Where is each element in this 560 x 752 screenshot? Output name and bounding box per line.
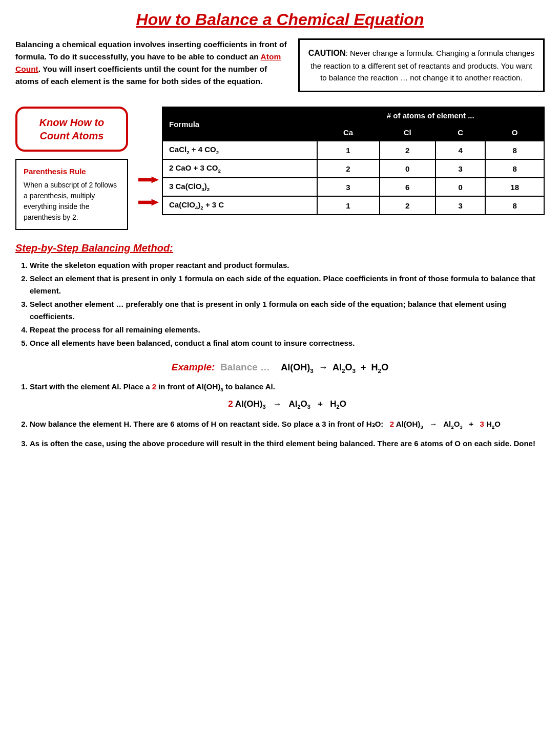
example-equation-display: Al(OH)3 → Al2O3 + H2O bbox=[281, 362, 388, 372]
table-row: 3 Ca(ClO3)2 3 6 0 18 bbox=[162, 178, 544, 196]
atom-table: Formula # of atoms of element ... Ca Cl … bbox=[162, 107, 545, 215]
table-section: Formula # of atoms of element ... Ca Cl … bbox=[138, 107, 545, 215]
intro-text2: . You will insert coefficients until the… bbox=[15, 65, 267, 86]
know-box: Know How to Count Atoms bbox=[15, 107, 128, 152]
ca-cell: 3 bbox=[317, 178, 380, 196]
arrows-column bbox=[138, 107, 159, 215]
intro-text: Balancing a chemical equation involves i… bbox=[15, 38, 288, 92]
table-row: Ca(ClO4)2 + 3 C 1 2 3 8 bbox=[162, 196, 544, 215]
example-step-2: Now balance the element H. There are 6 a… bbox=[30, 418, 545, 431]
formula-cell: CaCl2 + 4 CO2 bbox=[162, 141, 317, 159]
step-5: Once all elements have been balanced, co… bbox=[30, 337, 545, 349]
c-cell: 3 bbox=[435, 196, 485, 215]
example-balance-label: Balance … bbox=[218, 362, 278, 372]
cl-cell: 2 bbox=[380, 196, 436, 215]
ca-cell: 1 bbox=[317, 141, 380, 159]
col-ca: Ca bbox=[317, 124, 380, 141]
o-cell: 8 bbox=[485, 141, 544, 159]
example-section: Example: Balance … Al(OH)3 → Al2O3 + H2O… bbox=[15, 362, 545, 450]
step-2: Select an element that is present in onl… bbox=[30, 273, 545, 297]
step-1: Write the skeleton equation with proper … bbox=[30, 259, 545, 271]
svg-marker-0 bbox=[138, 177, 159, 183]
step-3: Select another element … preferably one … bbox=[30, 298, 545, 323]
o-cell: 8 bbox=[485, 159, 544, 178]
caution-label: CAUTION bbox=[308, 49, 346, 57]
o-cell: 18 bbox=[485, 178, 544, 196]
table-row: CaCl2 + 4 CO2 1 2 4 8 bbox=[162, 141, 544, 159]
col-cl: Cl bbox=[380, 124, 436, 141]
example-step-1: Start with the element Al. Place a 2 in … bbox=[30, 381, 545, 412]
ex-step1-text1: Start with the element Al. Place a bbox=[30, 382, 152, 391]
top-section: Balancing a chemical equation involves i… bbox=[15, 38, 545, 92]
steps-section: Step-by-Step Balancing Method: Write the… bbox=[15, 242, 545, 349]
red-arrow-2 bbox=[138, 196, 159, 208]
formula-cell: Ca(ClO4)2 + 3 C bbox=[162, 196, 317, 215]
know-line1: Know How to bbox=[26, 116, 118, 129]
cl-cell: 0 bbox=[380, 159, 436, 178]
cl-cell: 2 bbox=[380, 141, 436, 159]
caution-box: CAUTION: Never change a formula. Changin… bbox=[298, 38, 545, 92]
arrow-row4 bbox=[138, 192, 159, 213]
ex-step2-inline-eq: 2 Al(OH)3 → Al2O3 + 3 H2O bbox=[386, 420, 501, 428]
formula-cell: 3 Ca(ClO3)2 bbox=[162, 178, 317, 196]
middle-section: Know How to Count Atoms Parenthesis Rule… bbox=[15, 107, 545, 230]
know-line2: Count Atoms bbox=[26, 129, 118, 142]
parenthesis-text: When a subscript of 2 follows a parenthe… bbox=[24, 180, 120, 223]
ex-step2-text: Now balance the element H. There are 6 a… bbox=[30, 420, 383, 428]
parenthesis-title: Parenthesis Rule bbox=[24, 166, 120, 178]
page-title: How to Balance a Chemical Equation bbox=[15, 10, 545, 29]
col-o: O bbox=[485, 124, 544, 141]
ca-cell: 1 bbox=[317, 196, 380, 215]
table-header-atoms: # of atoms of element ... bbox=[317, 107, 544, 124]
example-label: Example: bbox=[172, 362, 215, 372]
step-4: Repeat the process for all remaining ele… bbox=[30, 324, 545, 336]
example-steps: Start with the element Al. Place a 2 in … bbox=[15, 381, 545, 449]
ca-cell: 2 bbox=[317, 159, 380, 178]
ex-step1-text2: in front of Al(OH)3 to balance Al. bbox=[156, 382, 275, 391]
left-boxes: Know How to Count Atoms Parenthesis Rule… bbox=[15, 107, 128, 230]
example-step-3: As is often the case, using the above pr… bbox=[30, 437, 545, 450]
col-c: C bbox=[435, 124, 485, 141]
parenthesis-box: Parenthesis Rule When a subscript of 2 f… bbox=[15, 159, 128, 230]
arrow-row3 bbox=[138, 169, 159, 191]
o-cell: 8 bbox=[485, 196, 544, 215]
intro-text1: Balancing a chemical equation involves i… bbox=[15, 40, 287, 61]
c-cell: 4 bbox=[435, 141, 485, 159]
steps-list: Write the skeleton equation with proper … bbox=[15, 259, 545, 349]
c-cell: 3 bbox=[435, 159, 485, 178]
steps-title: Step-by-Step Balancing Method: bbox=[15, 242, 545, 254]
ex-step1-coeff: 2 bbox=[152, 382, 156, 391]
table-header-formula: Formula bbox=[162, 107, 317, 141]
c-cell: 0 bbox=[435, 178, 485, 196]
example-title-line: Example: Balance … Al(OH)3 → Al2O3 + H2O bbox=[15, 362, 545, 374]
formula-cell: 2 CaO + 3 CO2 bbox=[162, 159, 317, 178]
table-row: 2 CaO + 3 CO2 2 0 3 8 bbox=[162, 159, 544, 178]
svg-marker-1 bbox=[138, 199, 159, 206]
cl-cell: 6 bbox=[380, 178, 436, 196]
ex-step1-eq: 2 Al(OH)3 → Al2O3 + H2O bbox=[30, 397, 545, 412]
red-arrow-1 bbox=[138, 174, 159, 186]
